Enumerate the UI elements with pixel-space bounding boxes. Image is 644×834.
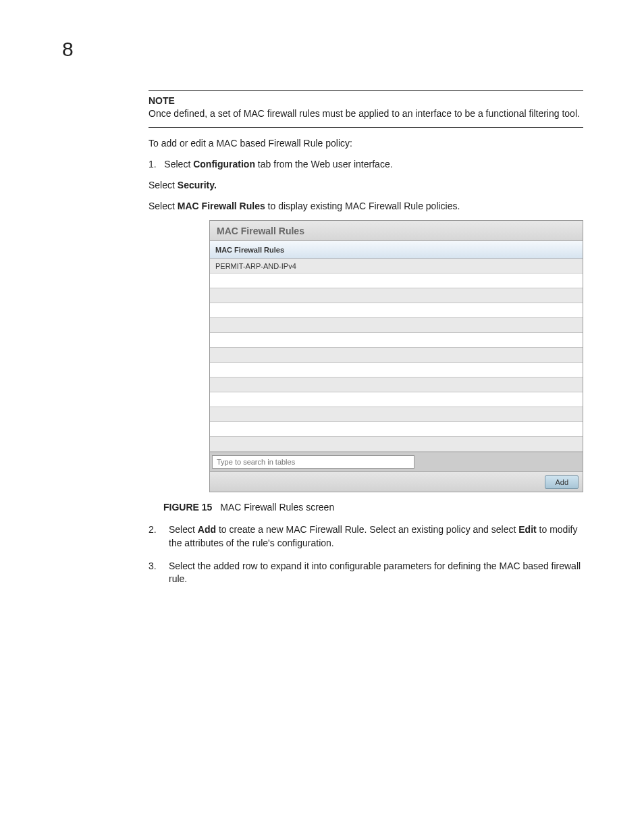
step-2-p1: Select [169, 524, 198, 535]
step-2-b1: Add [198, 524, 216, 535]
note-rule-top [149, 90, 583, 91]
search-input[interactable] [212, 455, 414, 469]
step-1-bold: Configuration [193, 159, 255, 170]
note-body: Once defined, a set of MAC firewall rule… [149, 107, 583, 120]
table-row[interactable] [210, 392, 583, 407]
table-row[interactable] [210, 303, 583, 318]
step-2: 2. Select Add to create a new MAC Firewa… [149, 523, 583, 550]
note-heading: NOTE [149, 95, 583, 106]
step-1: 1. Select Configuration tab from the Web… [149, 158, 583, 171]
select-rules-bold: MAC Firewall Rules [178, 201, 265, 211]
step-3-num: 3. [149, 560, 162, 586]
table-row[interactable] [210, 363, 583, 377]
step-3: 3. Select the added row to expand it int… [149, 560, 583, 586]
step-2-p2: to create a new MAC Firewall Rule. Selec… [216, 524, 518, 535]
table-row[interactable] [210, 333, 583, 348]
content-area: NOTE Once defined, a set of MAC firewall… [149, 90, 583, 586]
search-area [210, 452, 583, 471]
select-rules-prefix: Select [149, 201, 178, 211]
select-security-prefix: Select [149, 180, 178, 190]
page: 8 NOTE Once defined, a set of MAC firewa… [0, 0, 644, 834]
select-rules-suffix: to display existing MAC Firewall Rule po… [265, 201, 460, 211]
table-row[interactable] [210, 437, 583, 452]
step-1-num: 1. [149, 159, 157, 170]
step-3-body: Select the added row to expand it into c… [169, 560, 583, 586]
table-row[interactable] [210, 318, 583, 333]
panel-title: MAC Firewall Rules [210, 221, 583, 241]
panel-footer: Add [210, 471, 583, 492]
column-header[interactable]: MAC Firewall Rules [210, 241, 583, 259]
step-2-num: 2. [149, 523, 162, 550]
table-row[interactable] [210, 273, 583, 288]
note-rule-bottom [149, 127, 583, 128]
table-row[interactable] [210, 377, 583, 392]
intro-line: To add or edit a MAC based Firewall Rule… [149, 137, 583, 150]
firewall-rules-screenshot: MAC Firewall Rules MAC Firewall Rules PE… [209, 220, 583, 492]
step-1-suffix: tab from the Web user interface. [255, 159, 393, 170]
step-2-b2: Edit [518, 524, 536, 535]
figure-label: FIGURE 15 [163, 502, 212, 513]
step-2-body: Select Add to create a new MAC Firewall … [169, 523, 583, 550]
select-rules: Select MAC Firewall Rules to display exi… [149, 200, 583, 213]
step-1-prefix: Select [164, 159, 193, 170]
table-row[interactable] [210, 407, 583, 422]
figure-text: MAC Firewall Rules screen [220, 502, 334, 513]
page-number: 8 [62, 38, 74, 61]
table-row[interactable] [210, 288, 583, 303]
table-row[interactable] [210, 422, 583, 437]
select-security: Select Security. [149, 179, 583, 192]
later-steps: 2. Select Add to create a new MAC Firewa… [149, 523, 583, 585]
add-button[interactable]: Add [545, 475, 579, 489]
table-body: PERMIT-ARP-AND-IPv4 [210, 259, 583, 452]
table-row[interactable]: PERMIT-ARP-AND-IPv4 [210, 259, 583, 273]
figure-caption: FIGURE 15MAC Firewall Rules screen [163, 502, 583, 513]
table-row[interactable] [210, 348, 583, 363]
select-security-bold: Security. [178, 180, 217, 190]
